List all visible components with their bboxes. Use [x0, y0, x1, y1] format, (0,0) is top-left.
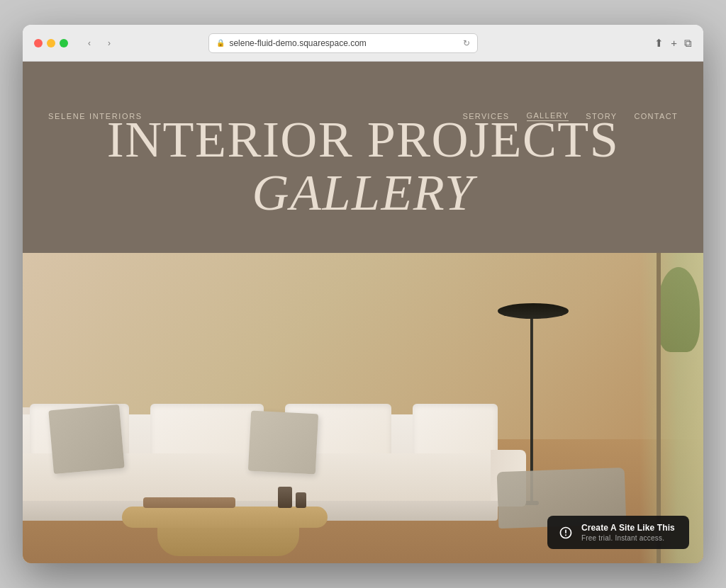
table-top [122, 507, 328, 528]
table-tray [143, 497, 235, 508]
address-bar[interactable]: 🔒 selene-fluid-demo.squarespace.com ↻ [208, 33, 478, 53]
browser-controls: ‹ › [82, 36, 116, 50]
table-cylinder-2 [296, 492, 306, 508]
nav-story[interactable]: STORY [586, 112, 617, 120]
badge-title: Create A Site Like This [581, 523, 675, 534]
badge-subtitle: Free trial. Instant access. [581, 534, 675, 542]
lock-icon: 🔒 [216, 39, 225, 47]
tree-silhouette [657, 267, 700, 352]
squarespace-svg [559, 526, 573, 540]
back-button[interactable]: ‹ [82, 36, 96, 50]
site-logo[interactable]: SELENE INTERIORS [48, 112, 143, 120]
hero-title-bottom: GALLERY [252, 165, 474, 221]
coffee-table [122, 492, 335, 556]
squarespace-badge-text: Create A Site Like This Free trial. Inst… [581, 523, 675, 542]
hero-section: INTERIOR PROJECTS GALLERY [23, 62, 703, 253]
nav-gallery[interactable]: GALLERY [527, 111, 569, 121]
minimize-button[interactable] [47, 39, 55, 47]
forward-button[interactable]: › [102, 36, 116, 50]
nav-links: SERVICES GALLERY STORY CONTACT [463, 111, 678, 121]
website-inner: SELENE INTERIORS SERVICES GALLERY STORY … [23, 62, 703, 563]
add-tab-icon[interactable]: + [671, 37, 677, 49]
squarespace-logo-icon [557, 524, 574, 541]
duplicate-icon[interactable]: ⧉ [684, 37, 692, 50]
table-cylinder-1 [278, 487, 292, 508]
squarespace-badge[interactable]: Create A Site Like This Free trial. Inst… [547, 516, 689, 549]
browser-actions: ⬆ + ⧉ [654, 37, 692, 50]
nav-services[interactable]: SERVICES [463, 112, 510, 120]
browser-window: ‹ › 🔒 selene-fluid-demo.squarespace.com … [23, 25, 703, 563]
maximize-button[interactable] [60, 39, 68, 47]
room-image-section: Create A Site Like This Free trial. Inst… [23, 253, 703, 563]
close-button[interactable] [34, 39, 43, 47]
reload-icon[interactable]: ↻ [463, 38, 470, 48]
site-nav: SELENE INTERIORS SERVICES GALLERY STORY … [23, 98, 703, 134]
traffic-lights [34, 39, 68, 47]
browser-chrome: ‹ › 🔒 selene-fluid-demo.squarespace.com … [23, 25, 703, 62]
nav-contact[interactable]: CONTACT [634, 112, 678, 120]
share-icon[interactable]: ⬆ [654, 37, 664, 50]
scatter-pillow-1 [48, 405, 124, 474]
lamp-shade [498, 303, 569, 319]
table-leg [157, 524, 299, 556]
url-text: selene-fluid-demo.squarespace.com [229, 38, 366, 48]
website-content: SELENE INTERIORS SERVICES GALLERY STORY … [23, 62, 703, 563]
room-scene: Create A Site Like This Free trial. Inst… [23, 253, 703, 563]
scatter-pillow-2 [248, 411, 318, 475]
